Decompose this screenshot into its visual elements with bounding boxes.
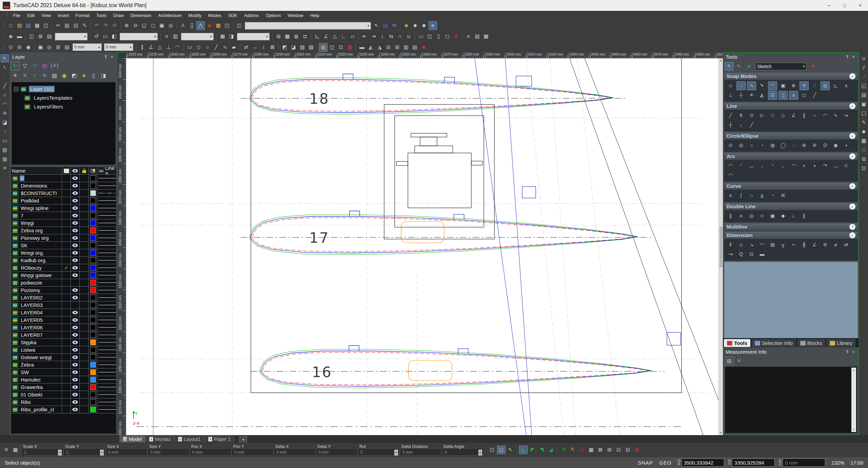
layer-linestyle-cell[interactable]: [97, 384, 116, 391]
layer-linestyle-cell[interactable]: [97, 249, 116, 256]
cad-drawing[interactable]: 181716 Y z-x: [126, 58, 723, 435]
menu-edit[interactable]: Edit: [24, 12, 38, 19]
arc-tool[interactable]: ◠: [1, 100, 9, 108]
extrude[interactable]: ∪: [860, 54, 868, 62]
account-a[interactable]: ☻: [411, 21, 419, 30]
menu-tools[interactable]: Tools: [93, 12, 110, 19]
layer-row[interactable]: ROboczy✓: [11, 264, 116, 272]
color-swatch[interactable]: [90, 347, 96, 353]
field-input[interactable]: 0 mm: [233, 449, 274, 456]
field-input[interactable]: 0▲▼: [359, 449, 400, 456]
tool-line-icon[interactable]: ╱: [747, 121, 756, 130]
collapse-chevron-icon[interactable]: «: [849, 183, 855, 189]
color-swatch[interactable]: [90, 250, 96, 256]
workplane-combo[interactable]: Sketch▾: [755, 63, 806, 70]
color-swatch[interactable]: [90, 362, 96, 368]
color-swatch[interactable]: [90, 272, 96, 278]
layer-row[interactable]: Wręgi: [11, 219, 116, 227]
toolbar-icon[interactable]: ⊟: [384, 43, 393, 52]
pick-arrow[interactable]: ↖: [506, 446, 515, 454]
wall[interactable]: ▬: [15, 32, 24, 41]
tool-double-line-icon[interactable]: ∧: [736, 212, 746, 220]
toolbar-icon[interactable]: ⊞: [452, 32, 460, 41]
layer-row[interactable]: Gotowe wręgi: [11, 354, 116, 361]
tool-snap-modes-icon[interactable]: ✎: [757, 81, 767, 90]
scroll-up-icon[interactable]: ▲: [852, 368, 855, 372]
window-tool[interactable]: ▭: [1, 137, 9, 145]
sel-mode-3[interactable]: ◥: [537, 446, 546, 454]
layer-visibility-cell[interactable]: [71, 204, 80, 212]
axis-lock-icon[interactable]: [779, 460, 781, 462]
toolbar-icon[interactable]: ◍: [292, 32, 300, 41]
collapse-chevron-icon[interactable]: «: [849, 73, 855, 79]
layer-visibility-cell[interactable]: [71, 182, 80, 189]
collapse-chevron-icon[interactable]: «: [849, 232, 855, 238]
layer-linestyle-cell[interactable]: [97, 354, 116, 361]
layer-delete[interactable]: ✕: [21, 72, 29, 80]
color-swatch[interactable]: [90, 183, 96, 189]
tool-snap-modes-icon[interactable]: ✕: [800, 81, 809, 90]
tool-snap-modes-icon[interactable]: ▣: [778, 81, 788, 90]
toolbar-icon[interactable]: ◘: [301, 32, 309, 41]
layer-row[interactable]: Grawerka: [11, 384, 116, 391]
layer-name[interactable]: LAYER02: [20, 295, 44, 300]
window-gray[interactable]: ▢: [860, 109, 868, 117]
toolbar-icon[interactable]: ↺: [92, 32, 101, 41]
tool-dimension-icon[interactable]: ◠: [757, 240, 767, 249]
toolbar-icon[interactable]: ▥: [171, 32, 180, 41]
layer-color-cell[interactable]: [89, 204, 97, 212]
toolbar-icon[interactable]: ▥: [402, 43, 410, 52]
toolbar-icon[interactable]: ◭: [367, 43, 375, 52]
layers[interactable]: ▣: [860, 100, 868, 108]
layer-color-cell[interactable]: [89, 398, 97, 406]
layer-visibility-cell[interactable]: [71, 249, 80, 256]
color-swatch[interactable]: [90, 257, 96, 263]
pin-icon[interactable]: Ŧ: [844, 349, 850, 354]
close-icon[interactable]: ×: [850, 349, 856, 354]
toolbar-icon[interactable]: ⇥: [369, 32, 378, 41]
workspace-styles[interactable]: ▩: [214, 21, 222, 30]
toolbar-icon[interactable]: ▦: [482, 32, 490, 41]
layer-name[interactable]: Dimensions: [20, 183, 48, 189]
layer-lock-cell[interactable]: [80, 242, 89, 249]
tool-double-line-icon[interactable]: ∟: [789, 212, 798, 220]
layer-color-cell[interactable]: [89, 376, 97, 383]
tool-snap-modes-icon[interactable]: ✳: [747, 91, 756, 100]
help-book[interactable]: ▤: [381, 21, 390, 30]
toolbar-icon[interactable]: ▨: [307, 43, 315, 52]
tool-circle-ellipse-icon[interactable]: ⊚: [800, 141, 809, 150]
zoom-window[interactable]: ◱: [140, 21, 149, 30]
zoom-previous[interactable]: ◎: [166, 21, 175, 30]
tool-circle-ellipse-icon[interactable]: ◖: [842, 141, 851, 150]
layer-linestyle-cell[interactable]: [97, 287, 116, 294]
geo-toggle[interactable]: GEO: [659, 460, 671, 466]
layer-color-cell[interactable]: [89, 279, 97, 286]
layer-visibility-cell[interactable]: [71, 316, 80, 324]
layer-color-cell[interactable]: [89, 406, 97, 413]
layer-color-cell[interactable]: [89, 219, 97, 227]
zoom-page[interactable]: ▣: [158, 21, 166, 30]
toolbar-icon[interactable]: ⇆: [387, 32, 395, 41]
layer-visibility-cell[interactable]: [71, 398, 80, 406]
sel-mode-1[interactable]: ◣: [519, 446, 528, 454]
image-tool[interactable]: ▩: [1, 155, 9, 163]
tool-circle-ellipse-icon[interactable]: ∅: [821, 141, 830, 150]
undo[interactable]: ↶: [93, 21, 101, 30]
layer-active-cell[interactable]: [62, 234, 71, 241]
toolbar-icon[interactable]: ⊞: [36, 32, 45, 41]
menu-file[interactable]: File: [10, 12, 23, 19]
tool-snap-modes-icon[interactable]: ◻: [800, 91, 809, 100]
no-frame[interactable]: ⊠: [596, 446, 605, 454]
layer-active-cell[interactable]: [62, 406, 71, 413]
layer-name[interactable]: Wregi spline: [20, 205, 50, 211]
tool-snap-modes-icon[interactable]: ⊕: [789, 81, 798, 90]
layer-linestyle-cell[interactable]: [97, 219, 116, 227]
layer-linestyle-cell[interactable]: [97, 331, 116, 338]
layer-name[interactable]: Grawerka: [20, 384, 44, 390]
layer-linestyle-cell[interactable]: [97, 301, 116, 309]
layer-tree-label[interactable]: LayersTemplates: [33, 95, 74, 101]
layer-linestyle-cell[interactable]: [97, 376, 116, 383]
layer-row[interactable]: Poziomy: [11, 287, 116, 294]
toolbar-icon[interactable]: ◩: [280, 43, 289, 52]
layer-name[interactable]: LAYER05: [20, 317, 44, 323]
